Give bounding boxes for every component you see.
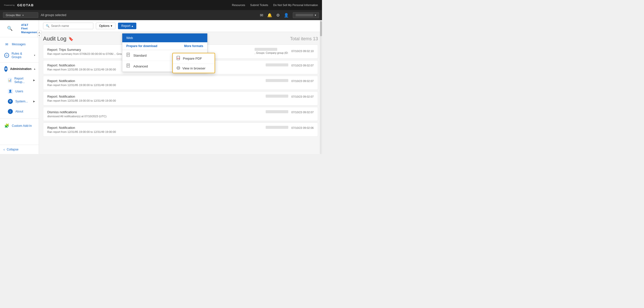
advanced-icon bbox=[126, 63, 131, 69]
user-name-label bbox=[296, 14, 313, 16]
groups-filter-chevron-icon: ▾ bbox=[22, 14, 24, 17]
log-row-detail: Ran report from 12/31/85 19:00:00 to 12/… bbox=[47, 68, 116, 71]
log-row-meta: , Groups: Company group (ID: 07/10/23 09… bbox=[255, 48, 314, 54]
search-input[interactable] bbox=[51, 24, 86, 28]
collapse-label: Collapse bbox=[7, 148, 19, 151]
dropdown-advanced-label: Advanced bbox=[133, 64, 148, 68]
user-menu-button[interactable]: ▾ bbox=[293, 12, 319, 18]
pdf-icon: PDF bbox=[176, 56, 181, 61]
svg-text:PDF: PDF bbox=[177, 58, 180, 59]
groups-selected-text: All groups selected bbox=[41, 13, 66, 17]
table-row: Report: Notification Ran report from 12/… bbox=[43, 123, 318, 137]
options-button[interactable]: Options ▾ bbox=[96, 23, 115, 29]
sidebar-scroll-up[interactable]: ▲ bbox=[37, 30, 39, 34]
top-nav-links: Resources Submit Tickets Do Not Sell My … bbox=[232, 4, 318, 7]
log-row-header: Report: Notification Ran report from 12/… bbox=[47, 126, 314, 133]
rules-groups-icon: ◎ bbox=[4, 53, 9, 58]
scroll-thumb[interactable] bbox=[320, 21, 322, 36]
bell-icon[interactable]: 🔔 bbox=[267, 13, 272, 18]
sidebar-item-administration[interactable]: ⚙ Administration ▴ bbox=[0, 64, 39, 74]
log-row-header: Report: Notification Ran report from 12/… bbox=[47, 79, 314, 87]
standard-icon bbox=[126, 53, 131, 58]
log-row-date: 07/10/23 09:02:06 bbox=[291, 126, 314, 129]
collapse-arrow-icon: ‹ bbox=[4, 147, 5, 151]
sidebar-scroll-down[interactable]: ▼ bbox=[37, 34, 39, 37]
sidebar-item-label-messages: Messages bbox=[12, 43, 26, 46]
sidebar-item-about[interactable]: i About bbox=[0, 106, 39, 117]
geotab-logo: GEOTAB bbox=[17, 3, 34, 7]
report-chevron-icon: ▴ bbox=[132, 24, 133, 28]
log-row-date: 07/10/23 09:02:07 bbox=[291, 80, 314, 83]
report-button[interactable]: Report ▴ bbox=[118, 23, 136, 29]
view-in-browser-button[interactable]: View in browser bbox=[173, 64, 215, 73]
top-navigation: Powered by GEOTAB Resources Submit Ticke… bbox=[0, 0, 322, 10]
svg-point-15 bbox=[178, 67, 179, 68]
prepare-label: Prepare for download bbox=[126, 44, 157, 48]
more-formats-button[interactable]: More formats bbox=[184, 44, 203, 48]
user-menu-chevron-icon: ▾ bbox=[315, 14, 316, 17]
sidebar-item-users[interactable]: 👤 Users bbox=[0, 86, 39, 96]
report-setup-expand-icon: ▶ bbox=[33, 79, 35, 82]
search-box: 🔍 bbox=[43, 23, 93, 29]
groups-bar: Groups filter ▾ All groups selected ✉ 🔔 … bbox=[0, 10, 322, 20]
messages-icon: ✉ bbox=[4, 42, 9, 47]
user-icon[interactable]: 👤 bbox=[284, 13, 289, 18]
sidebar-item-rules-groups[interactable]: ◎ Rules & Groups ▾ bbox=[0, 49, 39, 61]
system-expand-icon: ▶ bbox=[33, 100, 35, 103]
resources-link[interactable]: Resources bbox=[232, 4, 245, 7]
sidebar-item-label-report-setup: Report Setup... bbox=[14, 77, 31, 84]
submit-tickets-link[interactable]: Submit Tickets bbox=[250, 4, 268, 7]
sidebar-item-label-custom-addon: Custom Add-In bbox=[12, 124, 32, 128]
system-icon: ⚙ bbox=[8, 99, 13, 104]
rules-groups-expand-icon: ▾ bbox=[34, 54, 35, 57]
log-row-content: Report: Notification Ran report from 12/… bbox=[47, 95, 116, 102]
report-setup-icon: 📊 bbox=[8, 78, 12, 83]
company-name: AT&TFleet Management bbox=[21, 23, 38, 34]
prepare-pdf-button[interactable]: PDF Prepare PDF bbox=[173, 53, 215, 64]
log-row-meta: 07/10/23 09:02:07 bbox=[266, 79, 314, 83]
log-row-date: 07/10/23 09:02:07 bbox=[291, 111, 314, 114]
sidebar-item-messages[interactable]: ✉ Messages bbox=[0, 39, 39, 49]
log-row-title: Dismiss notifications bbox=[47, 110, 106, 114]
log-row-header: Dismiss notifications dismissed All noti… bbox=[47, 110, 314, 118]
log-row-content: Report: Notification Ran report from 12/… bbox=[47, 63, 116, 71]
log-row-detail: Ran report from 12/31/85 19:00:00 to 12/… bbox=[47, 130, 116, 133]
sidebar-search-icon[interactable]: 🔍 bbox=[4, 24, 16, 33]
settings-icon[interactable]: ⚙ bbox=[276, 13, 280, 18]
report-label: Report bbox=[121, 24, 130, 28]
table-row: Report: Notification Ran report from 12/… bbox=[43, 76, 318, 90]
main-layout: 🔍 AT&TFleet Management ✉ Messages ◎ bbox=[0, 20, 322, 154]
users-icon: 👤 bbox=[8, 89, 13, 94]
log-row-content: Dismiss notifications dismissed All noti… bbox=[47, 110, 106, 118]
groups-filter-label: Groups filter bbox=[6, 14, 21, 17]
administration-expand-icon: ▴ bbox=[34, 67, 35, 70]
sidebar-collapse-button[interactable]: ‹ Collapse bbox=[0, 145, 39, 154]
view-in-browser-label: View in browser bbox=[182, 66, 206, 70]
log-row-user-blurred: , Groups: Company group (ID: bbox=[255, 48, 288, 54]
sidebar-nav: ✉ Messages ◎ Rules & Groups ▾ ⚙ Administ… bbox=[0, 37, 39, 133]
view-browser-icon bbox=[176, 66, 180, 71]
total-items-label: Total items 13 bbox=[290, 36, 318, 42]
groups-filter-button[interactable]: Groups filter ▾ bbox=[3, 12, 38, 18]
log-row-meta: 07/10/23 09:02:06 bbox=[266, 126, 314, 130]
log-row-detail: dismissed All notification(s) at 07/10/2… bbox=[47, 115, 106, 118]
prepare-pdf-label: Prepare PDF bbox=[183, 57, 202, 60]
sidebar-item-system[interactable]: ⚙ System... ▶ bbox=[0, 96, 39, 106]
page-title: Audit Log 🔖 bbox=[43, 35, 73, 42]
mail-icon[interactable]: ✉ bbox=[260, 13, 263, 18]
do-not-sell-link[interactable]: Do Not Sell My Personal Information bbox=[273, 4, 318, 7]
log-row-meta: 07/10/23 09:02:07 bbox=[266, 63, 314, 67]
sidebar-item-custom-addon[interactable]: 🧩 Custom Add-In bbox=[0, 121, 39, 131]
sidebar-item-label-system: System... bbox=[15, 100, 28, 103]
sidebar-item-report-setup[interactable]: 📊 Report Setup... ▶ bbox=[0, 74, 39, 86]
scrollbar[interactable] bbox=[320, 20, 322, 154]
sidebar-item-label-administration: Administration bbox=[10, 67, 31, 71]
options-label: Options bbox=[99, 24, 109, 28]
dropdown-web-label: Web bbox=[126, 36, 133, 40]
powered-by-label: Powered by bbox=[4, 4, 15, 6]
dropdown-web-item[interactable]: Web bbox=[122, 33, 207, 42]
sidebar-item-label-users: Users bbox=[15, 90, 23, 93]
log-row-meta: 07/10/23 09:02:07 bbox=[266, 110, 314, 114]
log-row-meta: 07/10/23 09:02:07 bbox=[266, 95, 314, 99]
log-row-content: Report: Notification Ran report from 12/… bbox=[47, 79, 116, 87]
